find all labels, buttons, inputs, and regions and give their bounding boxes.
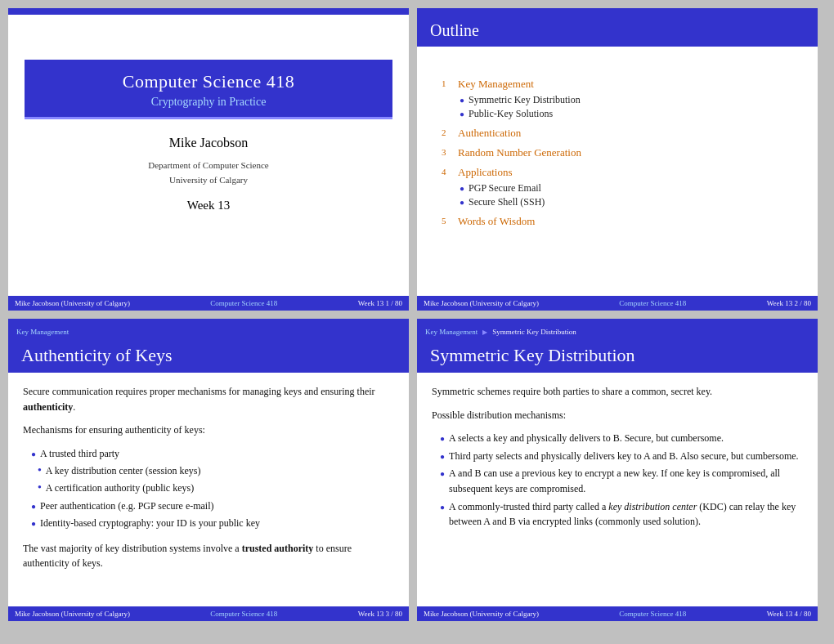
sym-intro: Symmetric schemes require both parties t… [432, 384, 803, 400]
outline-sub-1: ● Symmetric Key Distribution ● Public-Ke… [460, 94, 801, 120]
closing-para: The vast majority of key distribution sy… [23, 541, 394, 571]
title-header: Computer Science 418 Cryptography in Pra… [25, 60, 392, 119]
footer-2: Mike Jacobson (University of Calgary) Co… [417, 296, 818, 311]
outline-item-3: 3 Random Number Generation [442, 146, 801, 159]
outline-header: Outline [417, 15, 818, 47]
list-item-1: ● A trusted third party [31, 446, 394, 462]
top-bar-1 [8, 8, 409, 15]
para-2: Mechanisms for ensuring authenticity of … [23, 423, 394, 438]
sym-bullet-1: ● A selects a key and physically deliver… [440, 431, 803, 446]
outline-content: 1 Key Management ● Symmetric Key Distrib… [417, 58, 818, 296]
sym-possible: Possible distribution mechanisms: [432, 408, 803, 423]
outline-item-4: 4 Applications [442, 166, 801, 179]
top-bar-4 [417, 319, 818, 325]
top-bar-2 [417, 8, 818, 15]
breadcrumb-bar-3: Key Management [8, 325, 409, 338]
week-label: Week 13 [25, 199, 392, 212]
list-item-2: ● Peer authentication (e.g. PGP secure e… [31, 499, 394, 514]
section-title-bar-3: Authenticity of Keys [8, 338, 409, 373]
breadcrumb-bar-4: Key Management ▶ Symmetric Key Distribut… [417, 325, 818, 338]
sub-item-1-1: ● A key distribution center (session key… [38, 463, 394, 479]
sub-item-1-2: ● A certification authority (public keys… [38, 481, 394, 496]
outline-item-2: 2 Authentication [442, 127, 801, 140]
course-subtitle: Cryptography in Practice [41, 96, 376, 109]
section-title-bar-4: Symmetric Key Distribution [417, 338, 818, 373]
author-dept: Department of Computer Science Universit… [25, 159, 392, 187]
footer-1: Mike Jacobson (University of Calgary) Co… [8, 296, 409, 311]
outline-sub-4: ● PGP Secure Email ● Secure Shell (SSH) [460, 182, 801, 208]
outline-item-5: 5 Words of Wisdom [442, 215, 801, 228]
slide-2-outline: Outline 1 Key Management ● Symmetric Key… [417, 8, 818, 311]
content-body-3: Secure communication requires proper mec… [8, 373, 409, 606]
footer-3: Mike Jacobson (University of Calgary) Co… [8, 606, 409, 621]
para-1: Secure communication requires proper mec… [23, 384, 394, 414]
title-body: Mike Jacobson Department of Computer Sci… [8, 119, 409, 296]
author-name: Mike Jacobson [25, 136, 392, 150]
content-body-4: Symmetric schemes require both parties t… [417, 373, 818, 606]
slide-1-title: Computer Science 418 Cryptography in Pra… [8, 8, 409, 311]
sym-bullet-4: ● A commonly-trusted third party called … [440, 499, 803, 530]
footer-4: Mike Jacobson (University of Calgary) Co… [417, 606, 818, 621]
slide-4-symmetric: Key Management ▶ Symmetric Key Distribut… [417, 319, 818, 621]
sym-bullet-2: ● Third party selects and physically del… [440, 449, 803, 464]
list-item-3: ● Identity-based cryptography: your ID i… [31, 516, 394, 531]
outline-item-1: 1 Key Management [442, 78, 801, 91]
slide-3-authenticity: Key Management Authenticity of Keys Secu… [8, 319, 409, 621]
top-bar-3 [8, 319, 409, 325]
course-title: Computer Science 418 [41, 71, 376, 92]
sym-bullet-3: ● A and B can use a previous key to encr… [440, 466, 803, 496]
